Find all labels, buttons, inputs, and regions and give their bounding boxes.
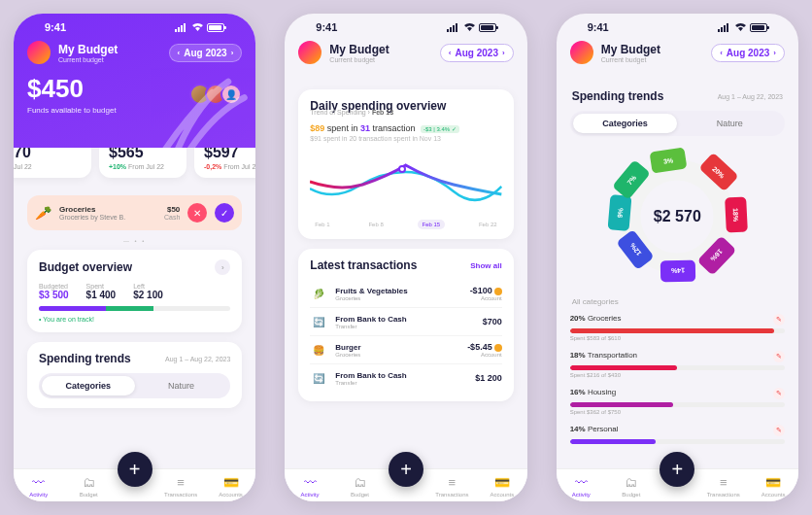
daily-spending-card: Daily spending overview Trend of Spendin… [298,89,513,239]
trend-tabs: Categories Nature [570,111,785,136]
show-all-link[interactable]: Show all [470,261,501,270]
x-axis-tick[interactable]: Feb 8 [363,220,388,229]
activity-icon: 〰 [32,475,45,490]
spend-summary: $89 spent in 31 transaction -$3 | 3.4% ✓ [310,123,501,133]
wifi-icon [463,22,476,32]
bottom-nav: 〰Activity 🗂Budget + ≡Transactions 💳Accou… [557,468,798,501]
nav-accounts[interactable]: 💳Accounts [481,475,524,498]
funds-subtitle: Funds available to budget [27,106,117,115]
chevron-right-icon: › [773,49,776,57]
svg-rect-8 [718,29,720,32]
nav-budget[interactable]: 🗂Budget [610,475,653,498]
nav-activity[interactable]: 〰Activity [559,475,602,498]
phone-screen-home: 9:41 My Budget Current budget ‹ Aug 2023… [14,14,255,501]
donut-segment[interactable]: 18% [725,196,748,232]
progress-bar [39,306,230,311]
all-categories-label: All categories [572,297,783,306]
status-badge: You are on track! [39,316,230,323]
nav-accounts[interactable]: 💳Accounts [210,475,253,498]
nav-transactions[interactable]: ≡Transactions [430,475,473,498]
nav-budget[interactable]: 🗂Budget [67,475,110,498]
transaction-row[interactable]: 🔄 From Bank to CashTransfer $1 200 [310,364,501,392]
avatar[interactable] [298,41,321,64]
latest-transactions-card: Latest transactions Show all 🥬 Fruits & … [298,249,513,401]
budget-overview-card: Budget overview › Budgeted$3 500 Spent$1… [27,250,242,332]
add-button[interactable]: + [660,452,694,487]
period-picker[interactable]: ‹Aug 2023› [440,44,514,62]
category-row[interactable]: 16% Housing✎ Spent $362 of $750 [570,388,785,415]
chevron-left-icon: ‹ [449,49,452,57]
groceries-icon: 🥕 [35,205,51,221]
edit-icon[interactable]: ✎ [773,425,785,436]
bottom-nav: 〰Activity 🗂Budget + ≡Transactions 💳Accou… [14,468,255,501]
svg-rect-11 [727,23,728,32]
transaction-row[interactable]: 🥬 Fruits & VegetablesGroceries -$100Acco… [310,280,501,308]
svg-rect-2 [181,25,183,32]
svg-rect-7 [456,23,457,32]
pending-transaction-banner: 🥕 Groceries Groceries by Steve B. $50 Ca… [27,195,242,230]
page-title: My Budget [58,43,161,56]
nav-transactions[interactable]: ≡Transactions [702,475,745,498]
svg-rect-1 [178,27,180,32]
x-axis-tick[interactable]: Feb 1 [310,220,334,229]
battery-icon [479,23,496,32]
nav-accounts[interactable]: 💳Accounts [752,475,795,498]
add-button[interactable]: + [389,452,423,487]
nav-activity[interactable]: 〰Activity [288,475,331,498]
x-axis-tick[interactable]: Feb 15 [418,220,446,229]
decorative-leaves [153,60,255,148]
x-axis-tick[interactable]: Feb 22 [474,220,502,229]
donut-segment[interactable]: 14% [660,260,695,283]
app-header: My BudgetCurrent budget ‹Aug 2023› [570,37,785,74]
expand-button[interactable]: › [215,259,230,275]
avatar[interactable] [27,41,51,64]
status-bar: 9:41 [298,14,513,37]
pager-dots: — • • [27,238,242,244]
period-picker[interactable]: ‹Aug 2023› [711,44,785,62]
reject-button[interactable]: ✕ [187,203,207,223]
svg-rect-5 [450,27,452,32]
tab-categories[interactable]: Categories [42,376,135,395]
edit-icon[interactable]: ✎ [773,388,785,399]
coin-icon [494,288,502,295]
tab-nature[interactable]: Nature [135,376,228,395]
wifi-icon [191,22,204,32]
nav-budget[interactable]: 🗂Budget [339,475,382,498]
funds-amount: $450 [27,74,117,104]
status-time: 9:41 [45,21,66,33]
svg-rect-10 [724,25,726,32]
status-bar: 9:41 [27,14,242,37]
tab-nature[interactable]: Nature [677,114,782,133]
tab-categories[interactable]: Categories [573,114,678,133]
chevron-left-icon: ‹ [178,49,181,57]
nav-activity[interactable]: 〰Activity [17,475,60,498]
category-row[interactable]: 14% Personal✎ [570,425,785,444]
edit-icon[interactable]: ✎ [773,314,785,326]
avatar[interactable] [570,41,593,64]
svg-rect-0 [175,29,177,32]
budget-title-block: My Budget Current budget [58,43,161,63]
bottom-nav: 〰Activity 🗂Budget + ≡Transactions 💳Accou… [285,468,526,501]
transaction-row[interactable]: 🍔 BurgerGroceries -$5.45Account [310,336,501,364]
budget-icon: 🗂 [83,475,95,490]
transaction-icon: 🥬 [310,285,327,302]
wifi-icon [734,22,747,32]
transaction-row[interactable]: 🔄 From Bank to CashTransfer $700 [310,308,501,336]
donut-segment[interactable]: 9% [608,194,632,231]
transaction-icon: 🔄 [310,369,327,387]
spending-trends-card: Spending trends Aug 1 – Aug 22, 2023 Cat… [27,342,242,408]
coin-icon [494,344,502,352]
period-picker[interactable]: ‹ Aug 2023 › [169,44,243,62]
chevron-left-icon: ‹ [720,49,723,57]
category-row[interactable]: 18% Transportation✎ Spent $216 of $430 [570,351,785,378]
add-button[interactable]: + [118,452,152,487]
nav-transactions[interactable]: ≡Transactions [159,475,202,498]
category-row[interactable]: 20% Groceries✎ Spent $583 of $610 [570,314,785,341]
transactions-icon: ≡ [177,475,185,490]
edit-icon[interactable]: ✎ [773,351,785,362]
delta-badge: -$3 | 3.4% ✓ [421,125,459,133]
page-subtitle: Current budget [58,56,161,63]
approve-button[interactable]: ✓ [215,203,234,223]
chart-x-axis: Feb 1Feb 8Feb 15Feb 22 [310,220,501,229]
app-header: My BudgetCurrent budget ‹Aug 2023› [298,37,513,74]
